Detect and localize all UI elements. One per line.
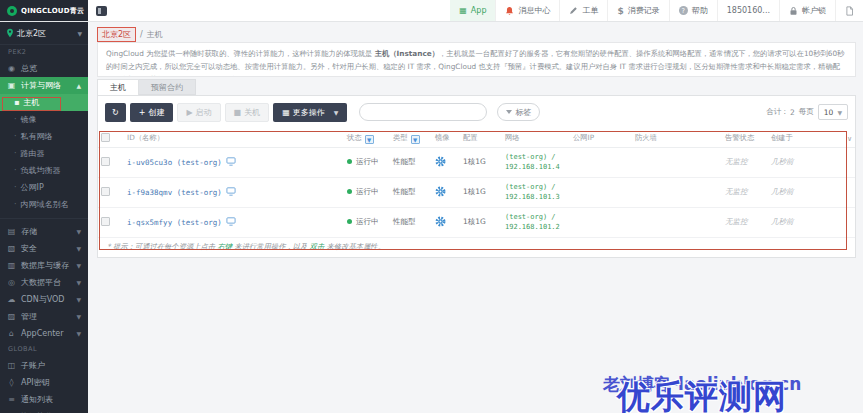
sidebar-item-api-keys[interactable]: ◊ API密钥 [0,374,88,391]
table-hint: * 提示：可通过在每个资源上点击 右键 来进行常用操作，以及 双击 来修改基本属… [98,238,855,252]
config-text: 1核1G [460,177,502,207]
status-text: 运行中 [356,217,379,226]
status-filter-icon[interactable]: ▼ [365,135,374,144]
description-period: 。 [320,75,327,77]
sidebar-section-database[interactable]: ▥ 数据库与缓存 ▼ [0,257,88,274]
start-label: 启动 [196,107,212,118]
app-center-button[interactable]: ▦ App [450,0,495,21]
row-checkbox[interactable] [101,217,110,226]
type-text: 性能型 [390,147,432,177]
message-center-button[interactable]: 消息中心 [495,0,559,21]
right-click-link[interactable]: 右键 [217,242,232,251]
created-at-text: 几秒前 [771,217,794,226]
account-lock-label: 帐户锁 [802,5,826,16]
start-button[interactable]: ▶ 启动 [177,103,220,122]
page-size-select[interactable]: 10 ▼ [818,104,848,120]
type-filter-icon[interactable]: ▼ [411,135,420,144]
sidebar-section-compute[interactable]: ▣ 计算与网络 ▲ [0,77,88,94]
select-all-checkbox[interactable] [101,133,110,142]
vnc-monitor-icon[interactable] [226,217,236,228]
shutdown-button[interactable]: ■ 关机 [225,103,270,122]
tab-hosts[interactable]: 主机 [97,79,139,95]
account-lock-button[interactable]: 帐户锁 [779,0,835,21]
reserved-contract-guide-link[interactable]: （预留合约指南） [262,75,320,77]
tag-filter-button[interactable]: 标签 [497,103,540,121]
instance-id-link[interactable]: i-qsx5mfyy (test-org) [127,218,222,227]
brand-logo[interactable]: QINGCLOUD青云 [0,0,88,21]
sidebar-section-management[interactable]: ▨ 管理 ▼ [0,308,88,325]
question-icon: ? [679,6,688,15]
sidebar-item-subaccounts[interactable]: ◫ 子账户 [0,357,88,374]
table-row[interactable]: i-qsx5mfyy (test-org) 运行中 性能型 1核1G (test… [98,207,855,237]
network-link[interactable]: (test-org) /192.168.101.3 [505,182,567,202]
home-icon: ⌂ [7,329,16,338]
col-created-at: 创建于 [768,130,818,147]
table-row[interactable]: i-uv05cu3o (test-org) 运行中 性能型 1核1G (test… [98,147,855,177]
breadcrumb-zone[interactable]: 北京2区 [97,27,136,42]
col-public-ip: 公网IP [570,130,632,147]
region-selector[interactable]: 北京2区 ▼ [0,22,88,45]
images-label: 镜像 [21,114,37,125]
table-row[interactable]: i-f9a38qmv (test-org) 运行中 性能型 1核1G (test… [98,177,855,207]
sidebar-item-images[interactable]: · 镜像 [0,111,88,128]
account-menu[interactable]: 1850160... [717,0,779,21]
billing-button[interactable]: $ 消费记录 [607,0,668,21]
firewall-cell [632,207,722,237]
search-input[interactable] [359,103,487,121]
firewall-cell [632,177,722,207]
cdn-label: CDN与VOD [21,294,65,305]
breadcrumb-separator: / [140,30,143,39]
bullet-icon: · [14,166,17,175]
public-ip-cell [570,177,632,207]
tabs: 主机 预留合约 [97,79,196,95]
sidebar-item-dns-alias[interactable]: · 内网域名别名 [0,196,88,213]
vnc-monitor-icon[interactable] [226,187,236,198]
total-value: 2 [790,108,795,117]
bullet-icon: · [14,115,17,124]
sidebar-item-overview[interactable]: ◉ 总览 [0,60,88,77]
sidebar-section-bigdata[interactable]: ◎ 大数据平台 ▼ [0,274,88,291]
alarm-status-text: 无监控 [725,157,748,166]
sidebar-section-security[interactable]: ▧ 安全 ▼ [0,240,88,257]
tab-reserved-contracts[interactable]: 预留合约 [139,79,196,95]
hint-middle: 来进行常用操作，以及 [232,242,310,251]
more-actions-button[interactable]: ▦ 更多操作 ▼ [273,103,347,122]
chevron-up-icon: ▲ [76,82,81,89]
column-settings-chevron[interactable]: ∨ [847,135,852,143]
chevron-down-icon: ▼ [76,313,81,320]
instance-id-link[interactable]: i-f9a38qmv (test-org) [127,188,222,197]
global-section-label: GLOBAL [0,342,88,357]
public-ip-cell [570,207,632,237]
sidebar-item-notifications[interactable]: ≡ 通知列表 [0,391,88,408]
sidebar-item-vpc[interactable]: · 私有网络 [0,128,88,145]
created-at-text: 几秒前 [771,157,794,166]
sidebar-toggle-button[interactable] [88,0,114,21]
instance-id-link[interactable]: i-uv05cu3o (test-org) [127,158,222,167]
sidebar-item-eip[interactable]: · 公网IP [0,179,88,196]
sidebar-item-resource-collab[interactable]: ∝ 资源协作 ▼ [0,408,88,413]
sidebar-section-storage[interactable]: ▤ 存储 ▼ [0,223,88,240]
sidebar-item-loadbalancers[interactable]: · 负载均衡器 [0,162,88,179]
sidebar-section-cdn[interactable]: ☁ CDN与VOD ▼ [0,291,88,308]
ticket-button[interactable]: 工单 [559,0,607,21]
os-image-gear-icon [435,216,446,227]
bullet-icon: · [14,200,17,209]
alarm-status-text: 无监控 [725,187,748,196]
refresh-button[interactable]: ↻ [105,103,126,122]
sidebar-item-routers[interactable]: · 路由器 [0,145,88,162]
create-button[interactable]: + 创建 [130,103,174,122]
row-checkbox[interactable] [101,187,110,196]
double-click-link[interactable]: 双击 [310,242,325,251]
sidebar-item-hosts[interactable]: ▪ 主机 [0,94,88,111]
region-name: 北京2区 [17,28,46,39]
help-button[interactable]: ? 帮助 [669,0,717,21]
sidebar-section-appcenter[interactable]: ⌂ AppCenter ▼ [0,325,88,342]
network-link[interactable]: (test-org) /192.168.101.4 [505,152,567,172]
vnc-monitor-icon[interactable] [226,157,236,168]
lb-label: 负载均衡器 [21,165,61,176]
network-link[interactable]: (test-org) /192.168.101.2 [505,212,567,232]
zone-code-label: PEK2 [0,45,88,60]
row-checkbox[interactable] [101,157,110,166]
col-image: 镜像 [432,130,460,147]
language-doc-button[interactable] [835,0,863,21]
